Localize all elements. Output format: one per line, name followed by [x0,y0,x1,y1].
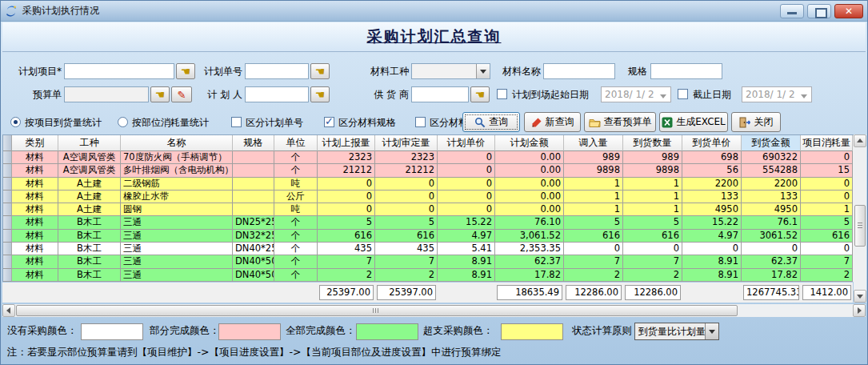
table-cell[interactable]: 5 [801,216,853,229]
table-cell[interactable]: 3,061.52 [495,230,564,243]
table-cell[interactable]: 0 [438,151,495,164]
table-cell[interactable]: 吨 [274,203,318,216]
table-cell[interactable]: 公斤 [274,191,318,203]
table-cell[interactable]: 0 [623,243,682,255]
table-cell[interactable]: 8.91 [682,269,742,282]
column-header[interactable]: 计划金额 [495,135,564,151]
row-selector[interactable] [3,243,12,255]
material-name-input[interactable] [543,63,615,79]
table-cell[interactable]: 圆钢 [121,203,233,216]
column-header[interactable]: 到货数量 [623,135,682,151]
row-selector[interactable] [3,216,12,229]
table-cell[interactable]: 62.37 [495,255,564,268]
table-row[interactable]: 材料B木工三通DN32*25*25个6166164.973,061.526166… [3,230,854,243]
table-cell[interactable]: 0 [742,243,801,255]
table-cell[interactable]: 个 [274,243,318,255]
table-cell[interactable]: 0 [801,191,853,203]
plan-project-input[interactable] [64,63,174,79]
table-cell[interactable]: 133 [682,191,742,203]
table-cell[interactable]: 1 [623,203,682,216]
table-cell[interactable]: 21212 [318,164,375,177]
table-cell[interactable]: 616 [318,230,375,243]
table-cell[interactable]: 0 [375,203,438,216]
row-selector[interactable] [3,203,12,216]
table-cell[interactable]: 8.91 [682,255,742,268]
table-cell[interactable]: DN40*50*25 [233,255,274,268]
table-row[interactable]: 材料A土建二级钢筋吨0000.0011220022000 [3,178,854,191]
table-row[interactable]: 材料A空调风管类多叶排烟阀（含电动机构）个212122121200.009898… [3,164,854,177]
table-cell[interactable]: 三通 [121,243,233,255]
table-cell[interactable]: 0.00 [495,178,564,191]
table-cell[interactable]: 多叶排烟阀（含电动机构） [121,164,233,177]
row-selector[interactable] [3,230,12,243]
row-selector[interactable] [3,178,12,191]
table-cell[interactable]: 三通 [121,216,233,229]
table-cell[interactable]: 4950 [682,203,742,216]
table-cell[interactable]: 0.00 [495,164,564,177]
budget-edit-button[interactable]: ✎ [171,86,192,102]
column-header[interactable]: 到货金额 [742,135,801,151]
column-header[interactable]: 类别 [12,135,58,151]
table-row[interactable]: 材料B木工三通DN25*25*25个5515.2276.105515.2276.… [3,216,854,229]
table-cell[interactable]: 0 [318,203,375,216]
vertical-scroll-thumb[interactable] [854,205,866,247]
table-cell[interactable] [233,178,274,191]
table-cell[interactable]: 2200 [682,178,742,191]
minimize-button[interactable] [780,4,804,18]
table-cell[interactable]: A土建 [58,203,121,216]
table-cell[interactable]: 0 [438,203,495,216]
table-cell[interactable]: 1 [564,203,623,216]
table-cell[interactable]: 17.82 [495,269,564,282]
distinguish-plan-no-checkbox[interactable] [231,117,242,127]
end-date-picker[interactable]: 2018/ 1/ 2 [742,86,812,102]
material-type-dropdown[interactable] [411,63,490,79]
budget-browse-button[interactable]: ☚ [150,86,170,102]
table-cell[interactable]: 0 [801,178,853,191]
table-cell[interactable]: 3061.52 [742,230,801,243]
horizontal-scroll-thumb[interactable] [16,305,738,316]
table-cell[interactable]: 个 [274,151,318,164]
table-cell[interactable]: 1 [564,178,623,191]
end-date-checkbox[interactable] [678,89,688,99]
table-cell[interactable]: 62.37 [742,255,801,268]
table-cell[interactable]: 三通 [121,230,233,243]
table-cell[interactable]: A土建 [58,178,121,191]
table-cell[interactable]: 7 [375,255,438,268]
close-button[interactable]: 关闭 [731,112,781,132]
table-cell[interactable]: 材料 [12,255,58,268]
table-cell[interactable]: A空调风管类 [58,151,121,164]
table-cell[interactable]: 材料 [12,178,58,191]
table-cell[interactable]: 7 [564,255,623,268]
table-cell[interactable]: 15 [801,164,853,177]
table-cell[interactable]: 材料 [12,164,58,177]
column-header[interactable]: 调入量 [564,135,623,151]
table-row[interactable]: 材料B木工三通DN40*25*32个4354355.412,353.350000… [3,243,854,255]
table-row[interactable]: 材料B木工三通DN40*50*32个228.9117.82228.9117.82… [3,269,854,282]
table-cell[interactable]: A空调风管类 [58,164,121,177]
table-cell[interactable]: 690322 [742,151,801,164]
table-cell[interactable]: DN32*25*25 [233,230,274,243]
excel-button[interactable]: 生成EXCEL [659,112,728,132]
supplier-input[interactable] [411,86,469,102]
table-cell[interactable]: 616 [623,230,682,243]
table-cell[interactable]: 7 [623,255,682,268]
table-cell[interactable]: 616 [375,230,438,243]
table-cell[interactable]: 5 [564,216,623,229]
planner-browse-button[interactable]: ☚ [310,86,330,102]
table-cell[interactable]: 989 [564,151,623,164]
plan-project-browse-button[interactable]: ☚ [176,63,195,79]
table-cell[interactable]: 个 [274,164,318,177]
plan-no-input[interactable] [245,63,309,79]
table-cell[interactable]: B木工 [58,269,121,282]
table-cell[interactable]: 三通 [121,255,233,268]
arrive-start-date-picker[interactable]: 2018/ 1/ 2 [601,86,671,102]
table-cell[interactable]: B木工 [58,230,121,243]
table-cell[interactable] [233,151,274,164]
table-cell[interactable]: 个 [274,255,318,268]
table-cell[interactable]: 0 [438,164,495,177]
query-button[interactable]: 查询 [462,112,520,132]
table-cell[interactable]: 21212 [375,164,438,177]
table-cell[interactable]: 989 [623,151,682,164]
table-cell[interactable]: 133 [742,191,801,203]
table-cell[interactable]: 0.00 [495,203,564,216]
